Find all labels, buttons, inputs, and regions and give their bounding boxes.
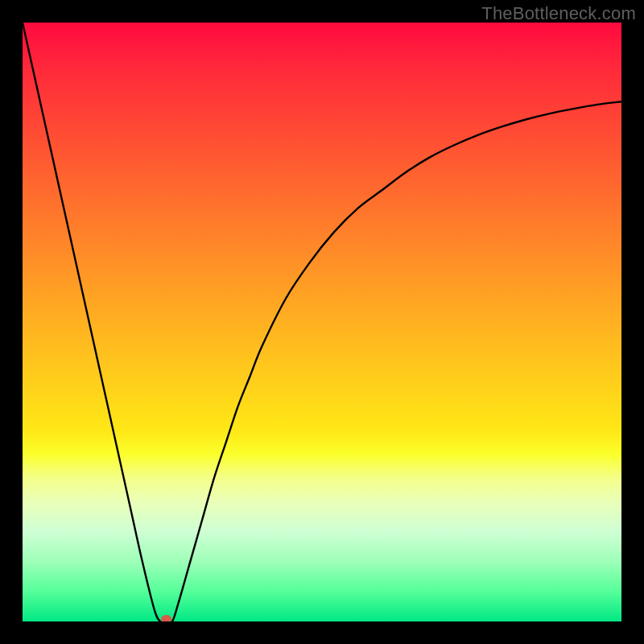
curve-svg [23, 23, 621, 621]
optimum-marker [161, 615, 171, 621]
plot-area [23, 23, 621, 621]
chart-frame: TheBottleneck.com [0, 0, 644, 644]
bottleneck-curve-path [23, 23, 621, 621]
watermark-text: TheBottleneck.com [481, 3, 636, 24]
